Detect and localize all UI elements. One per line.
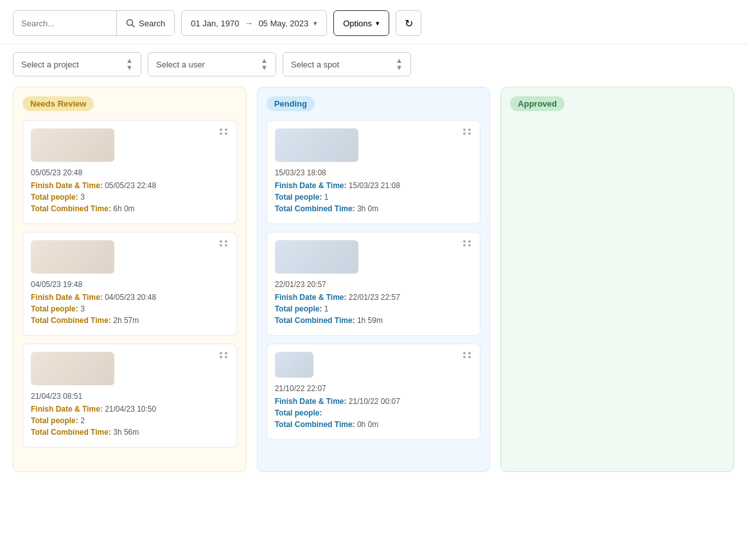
project-chevron-icon: ▲▼ bbox=[126, 57, 133, 71]
card-menu-icon[interactable] bbox=[463, 352, 472, 358]
refresh-icon: ↻ bbox=[405, 17, 413, 30]
table-row: 15/03/23 18:08 Finish Date & Time: 15/03… bbox=[267, 120, 481, 224]
table-row: 21/04/23 08:51 Finish Date & Time: 21/04… bbox=[22, 344, 237, 448]
card-thumbnail bbox=[275, 128, 358, 162]
options-button[interactable]: Options ▾ bbox=[333, 10, 389, 36]
card-date: 15/03/23 18:08 bbox=[275, 168, 473, 177]
card-date: 04/05/23 19:48 bbox=[31, 280, 229, 289]
table-row: 21/10/22 22:07 Finish Date & Time: 21/10… bbox=[267, 344, 481, 440]
date-from: 01 Jan, 1970 bbox=[191, 19, 239, 28]
user-chevron-icon: ▲▼ bbox=[261, 57, 268, 71]
table-row: 05/05/23 20:48 Finish Date & Time: 05/05… bbox=[22, 120, 237, 224]
table-row: 04/05/23 19:48 Finish Date & Time: 04/05… bbox=[22, 232, 237, 336]
card-finish: Finish Date & Time: 21/10/22 00:07 bbox=[275, 397, 473, 406]
card-time: Total Combined Time: 1h 59m bbox=[275, 316, 473, 325]
card-thumbnail bbox=[275, 352, 313, 378]
card-people: Total people: 3 bbox=[31, 193, 229, 202]
user-filter[interactable]: Select a user ▲▼ bbox=[148, 52, 276, 76]
card-thumbnail bbox=[275, 240, 358, 274]
card-finish: Finish Date & Time: 05/05/23 22:48 bbox=[31, 181, 229, 190]
kanban-board: Needs Review 05/05/23 20:48 Finish Date … bbox=[0, 87, 747, 472]
approved-badge: Approved bbox=[510, 96, 565, 111]
filter-bar: Select a project ▲▼ Select a user ▲▼ Sel… bbox=[0, 44, 747, 87]
search-input[interactable] bbox=[13, 19, 116, 28]
search-box: Search bbox=[13, 10, 175, 36]
spot-chevron-icon: ▲▼ bbox=[396, 57, 403, 71]
refresh-button[interactable]: ↻ bbox=[396, 10, 421, 36]
card-menu-icon[interactable] bbox=[220, 240, 229, 247]
card-time: Total Combined Time: 0h 0m bbox=[275, 420, 473, 429]
user-filter-label: Select a user bbox=[156, 60, 205, 69]
column-pending-header: Pending bbox=[267, 96, 481, 111]
card-thumbnail bbox=[31, 128, 114, 162]
spot-filter-label: Select a spot bbox=[291, 60, 339, 69]
top-bar: Search 01 Jan, 1970 → 05 May, 2023 ▾ Opt… bbox=[0, 0, 747, 44]
card-time: Total Combined Time: 3h 56m bbox=[31, 428, 229, 437]
project-filter-label: Select a project bbox=[21, 60, 79, 69]
column-approved: Approved bbox=[500, 87, 734, 472]
card-finish: Finish Date & Time: 21/04/23 10:50 bbox=[31, 405, 229, 414]
card-time: Total Combined Time: 2h 57m bbox=[31, 316, 229, 325]
column-needs-review: Needs Review 05/05/23 20:48 Finish Date … bbox=[13, 87, 247, 472]
card-date: 22/01/23 20:57 bbox=[275, 280, 473, 289]
card-people: Total people: bbox=[275, 408, 473, 417]
date-to: 05 May, 2023 bbox=[258, 19, 308, 28]
card-date: 21/04/23 08:51 bbox=[31, 392, 229, 401]
column-needs-review-header: Needs Review bbox=[22, 96, 237, 111]
card-menu-icon[interactable] bbox=[220, 128, 229, 135]
card-menu-icon[interactable] bbox=[463, 240, 472, 247]
options-chevron-icon: ▾ bbox=[376, 19, 380, 28]
card-people: Total people: 2 bbox=[31, 416, 229, 425]
card-time: Total Combined Time: 6h 0m bbox=[31, 204, 229, 213]
table-row: 22/01/23 20:57 Finish Date & Time: 22/01… bbox=[267, 232, 481, 336]
date-chevron-icon: ▾ bbox=[313, 19, 317, 28]
column-approved-header: Approved bbox=[510, 96, 725, 111]
svg-line-1 bbox=[132, 25, 135, 28]
pending-badge: Pending bbox=[267, 96, 315, 111]
search-icon bbox=[126, 19, 135, 28]
needs-review-badge: Needs Review bbox=[22, 96, 94, 111]
card-date: 21/10/22 22:07 bbox=[275, 384, 473, 393]
card-people: Total people: 1 bbox=[275, 193, 473, 202]
card-thumbnail bbox=[31, 240, 114, 274]
card-finish: Finish Date & Time: 22/01/23 22:57 bbox=[275, 293, 473, 302]
search-button[interactable]: Search bbox=[116, 10, 174, 36]
card-thumbnail bbox=[31, 352, 114, 385]
card-time: Total Combined Time: 3h 0m bbox=[275, 204, 473, 213]
date-arrow-icon: → bbox=[244, 18, 253, 28]
card-menu-icon[interactable] bbox=[463, 128, 472, 135]
card-finish: Finish Date & Time: 04/05/23 20:48 bbox=[31, 293, 229, 302]
card-people: Total people: 3 bbox=[31, 304, 229, 313]
date-range-button[interactable]: 01 Jan, 1970 → 05 May, 2023 ▾ bbox=[181, 10, 327, 36]
card-people: Total people: 1 bbox=[275, 304, 473, 313]
spot-filter[interactable]: Select a spot ▲▼ bbox=[283, 52, 411, 76]
column-pending: Pending 15/03/23 18:08 Finish Date & Tim… bbox=[257, 87, 491, 472]
card-date: 05/05/23 20:48 bbox=[31, 168, 229, 177]
card-menu-icon[interactable] bbox=[220, 352, 229, 358]
project-filter[interactable]: Select a project ▲▼ bbox=[13, 52, 141, 76]
card-finish: Finish Date & Time: 15/03/23 21:08 bbox=[275, 181, 473, 190]
